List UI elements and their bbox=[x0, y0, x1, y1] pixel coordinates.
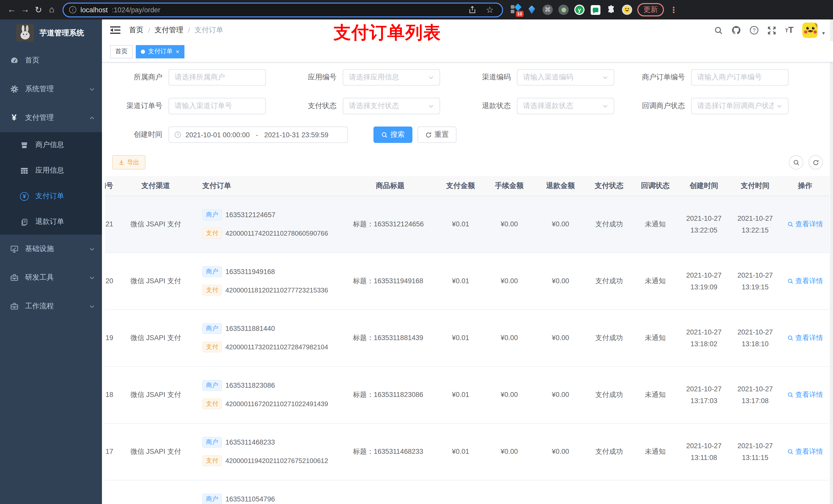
browser-menu-icon[interactable]: ⋮ bbox=[670, 5, 678, 15]
kite-extension-icon[interactable] bbox=[526, 4, 538, 15]
user-avatar[interactable] bbox=[802, 23, 818, 38]
pay-time: 13:11:15 bbox=[730, 452, 781, 463]
sidebar-item-label: 系统管理 bbox=[25, 85, 54, 94]
tag-home[interactable]: 首页 bbox=[110, 45, 133, 58]
sidebar-item-app-info[interactable]: 应用信息 bbox=[0, 158, 102, 183]
refund-status-select[interactable]: 请选择退款状态 bbox=[517, 98, 614, 114]
bookmark-star-icon[interactable]: ☆ bbox=[483, 3, 496, 16]
merchant-order-no: 1635312124657 bbox=[225, 211, 276, 219]
merchant-order-no-input[interactable]: 请输入商户订单编号 bbox=[691, 69, 788, 86]
share-icon[interactable] bbox=[466, 3, 479, 16]
create-time-cell: 2021-10-27 13:11:08 bbox=[678, 423, 730, 480]
order-id-cell: 21 bbox=[105, 196, 117, 253]
toggle-search-button[interactable] bbox=[789, 155, 803, 170]
pay-time: 13:19:15 bbox=[730, 281, 781, 293]
chat-extension-icon[interactable] bbox=[590, 4, 601, 15]
breadcrumb-payment[interactable]: 支付管理 bbox=[155, 26, 184, 35]
close-icon[interactable]: × bbox=[176, 48, 179, 54]
fullscreen-icon[interactable] bbox=[768, 26, 777, 34]
command-extension-icon[interactable]: ⌘ bbox=[542, 4, 553, 15]
column-header: 支付状态 bbox=[586, 176, 632, 196]
filter-merchant-order-no: 商户订单编号 请输入商户订单编号 bbox=[635, 69, 788, 86]
reload-icon[interactable]: ↻ bbox=[32, 3, 45, 16]
create-time-range-picker[interactable]: 2021-10-01 00:00:00 - 2021-10-31 23:59:5… bbox=[169, 126, 348, 143]
sidebar-item-pay-order[interactable]: ¥ 支付订单 bbox=[0, 183, 102, 209]
sidebar-item-workflow[interactable]: 工作流程 bbox=[0, 292, 102, 321]
sidebar-item-system[interactable]: 系统管理 bbox=[0, 75, 102, 103]
avatar-caret-icon[interactable]: ▾ bbox=[822, 30, 825, 35]
active-dot-icon bbox=[141, 49, 145, 53]
channel-code-select[interactable]: 请输入渠道编码 bbox=[517, 69, 614, 86]
emoji-extension-icon[interactable] bbox=[621, 4, 633, 15]
channel-pay-line: 支付 4200001194202110276752100612 bbox=[203, 455, 343, 466]
view-detail-link[interactable]: 查看详情 bbox=[787, 447, 823, 456]
create-time: 13:18:02 bbox=[678, 338, 730, 350]
app-select[interactable]: 请选择应用信息 bbox=[343, 69, 440, 86]
sidebar-item-infrastructure[interactable]: 基础设施 bbox=[0, 235, 102, 263]
callback-status-select[interactable]: 请选择订单回调商户状态 bbox=[691, 98, 788, 114]
range-separator: - bbox=[254, 131, 260, 139]
chevron-up-icon bbox=[89, 115, 95, 121]
search-icon[interactable] bbox=[714, 26, 723, 34]
site-info-icon[interactable]: i bbox=[69, 6, 76, 13]
sidebar-item-dev-tools[interactable]: 研发工具 bbox=[0, 263, 102, 292]
extension-blocks-icon[interactable]: 10 bbox=[510, 4, 522, 15]
font-size-icon[interactable]: TT bbox=[785, 25, 793, 35]
order-id-cell: 20 bbox=[105, 253, 117, 309]
merchant-order-no: 1635311468233 bbox=[225, 438, 275, 446]
view-detail-link[interactable]: 查看详情 bbox=[787, 390, 823, 399]
search-button[interactable]: 搜索 bbox=[374, 126, 412, 143]
dashboard-icon bbox=[9, 56, 19, 65]
recorder-extension-icon[interactable] bbox=[558, 4, 569, 15]
pay-status-cell: 支付成功 bbox=[586, 309, 632, 366]
view-detail-link[interactable]: 查看详情 bbox=[787, 333, 823, 342]
filter-row-3: 创建时间 2021-10-01 00:00:00 - 2021-10-31 23… bbox=[112, 126, 823, 143]
column-header: 支付金额 bbox=[437, 176, 484, 196]
view-detail-link[interactable]: 查看详情 bbox=[787, 276, 823, 286]
pay-status-cell: 支付成功 bbox=[586, 253, 632, 309]
create-time-cell: 2021-10-27 13:19:09 bbox=[678, 253, 730, 309]
pay-status-select[interactable]: 请选择支付状态 bbox=[343, 98, 440, 114]
table-body: 21 微信 JSAPI 支付 商户 1635312124657 支付 42000… bbox=[105, 196, 829, 504]
app-logo[interactable]: 芋道管理系统 bbox=[0, 20, 102, 46]
github-icon[interactable] bbox=[732, 26, 741, 35]
yen-icon: ¥ bbox=[9, 113, 19, 123]
merchant-order-line: 商户 1635311881440 bbox=[203, 323, 343, 334]
action-cell: 查看详情 bbox=[781, 309, 829, 366]
filter-app: 应用编号 请选择应用信息 bbox=[286, 69, 440, 86]
address-bar[interactable]: i localhost:1024/pay/order ☆ bbox=[63, 2, 503, 17]
sidebar-item-refund-order[interactable]: 退款订单 bbox=[0, 209, 102, 235]
back-icon[interactable]: ← bbox=[5, 3, 19, 16]
chevron-down-icon bbox=[428, 103, 434, 109]
navbar-actions: ? TT ▾ bbox=[714, 23, 825, 38]
pay-channel-cell bbox=[117, 480, 194, 504]
reset-button[interactable]: 重置 bbox=[418, 126, 456, 143]
refresh-button[interactable] bbox=[808, 155, 823, 170]
help-icon[interactable]: ? bbox=[750, 26, 759, 35]
column-header: 支付渠道 bbox=[117, 176, 194, 196]
pay-status-cell: 支付成功 bbox=[586, 366, 632, 423]
update-button[interactable]: 更新 bbox=[637, 3, 664, 16]
placeholder-text: 请输入渠道编码 bbox=[523, 73, 599, 82]
pay-order-cell: 商户 1635312124657 支付 42000011742021102780… bbox=[194, 196, 343, 253]
y-extension-icon[interactable]: y bbox=[574, 4, 585, 15]
forward-icon[interactable]: → bbox=[19, 3, 32, 16]
sidebar-item-merchant-info[interactable]: 商户信息 bbox=[0, 132, 102, 158]
sidebar-collapse-icon[interactable] bbox=[110, 26, 120, 35]
view-detail-link[interactable]: 查看详情 bbox=[787, 219, 823, 229]
export-button[interactable]: 导出 bbox=[112, 155, 145, 170]
merchant-input[interactable]: 请选择所属商户 bbox=[169, 69, 266, 86]
breadcrumb-home[interactable]: 首页 bbox=[129, 26, 143, 35]
home-icon[interactable]: ⌂ bbox=[45, 3, 58, 16]
pay-time-cell bbox=[730, 480, 781, 504]
filter-refund-status: 退款状态 请选择退款状态 bbox=[460, 98, 614, 114]
product-title-cell: 标题：1635311881439 bbox=[343, 309, 437, 366]
pay-status-cell: 支付成功 bbox=[586, 196, 632, 253]
sidebar-item-home[interactable]: 首页 bbox=[0, 46, 102, 75]
page-title-annotation: 支付订单列表 bbox=[334, 21, 441, 45]
puzzle-extensions-icon[interactable] bbox=[605, 4, 617, 15]
sidebar-item-payment[interactable]: ¥ 支付管理 bbox=[0, 103, 102, 132]
tag-pay-order[interactable]: 支付订单 × bbox=[136, 45, 185, 58]
channel-order-no-input[interactable]: 请输入渠道订单号 bbox=[169, 98, 266, 114]
vertical-scrollbar[interactable] bbox=[830, 20, 833, 504]
